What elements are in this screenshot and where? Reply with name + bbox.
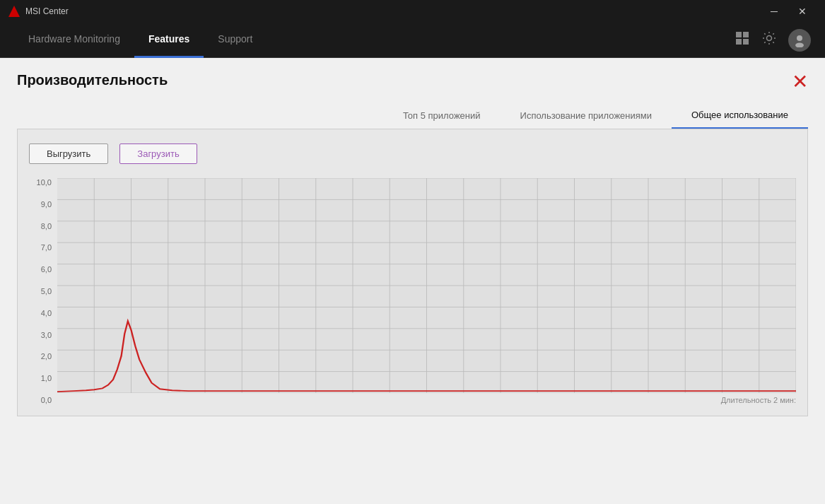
nav-tabs: Hardware Monitoring Features Support [14, 23, 735, 58]
app-title: MSI Center [25, 6, 69, 16]
y-label-1: 1,0 [41, 374, 52, 382]
chart-wrapper: 10,0 9,0 8,0 7,0 6,0 5,0 4,0 3,0 2,0 1,0… [29, 178, 796, 404]
chart-area [57, 178, 796, 393]
main-content: Производительность ✕ Топ 5 приложений Ис… [0, 58, 825, 504]
y-label-8: 8,0 [41, 222, 52, 230]
sub-tabs: Топ 5 приложений Использование приложени… [17, 102, 808, 129]
minimize-button[interactable]: ─ [760, 0, 788, 23]
y-label-3: 3,0 [41, 331, 52, 339]
sub-tab-app-usage[interactable]: Использование приложениями [501, 102, 672, 129]
svg-rect-0 [736, 32, 742, 37]
svg-rect-2 [736, 39, 742, 45]
user-avatar[interactable] [788, 29, 811, 52]
chart-container: Выгрузить Загрузить 10,0 9,0 8,0 7,0 6,0… [17, 129, 808, 416]
svg-point-6 [795, 42, 804, 47]
svg-point-4 [767, 36, 772, 41]
svg-rect-3 [743, 39, 749, 45]
nav-bar: Hardware Monitoring Features Support [0, 23, 825, 58]
page-title: Производительность [17, 72, 808, 88]
load-button[interactable]: Загрузить [119, 143, 197, 164]
app-logo [8, 6, 20, 17]
window-close-button[interactable]: ✕ [788, 0, 817, 23]
chart-buttons: Выгрузить Загрузить [29, 143, 796, 164]
settings-icon[interactable] [761, 30, 777, 49]
unload-button[interactable]: Выгрузить [29, 143, 108, 164]
chart-svg [57, 178, 796, 393]
sub-tab-top5[interactable]: Топ 5 приложений [383, 102, 501, 129]
y-label-4: 4,0 [41, 309, 52, 317]
y-label-0: 0,0 [41, 396, 52, 404]
title-bar-left: MSI Center [8, 6, 69, 17]
nav-tab-hardware[interactable]: Hardware Monitoring [14, 23, 134, 58]
nav-tab-support[interactable]: Support [204, 23, 267, 58]
chart-duration: Длительность 2 мин: [57, 396, 796, 404]
y-label-2: 2,0 [41, 352, 52, 361]
svg-point-5 [797, 35, 802, 41]
nav-tab-features[interactable]: Features [134, 23, 204, 58]
y-label-10: 10,0 [37, 178, 52, 187]
y-label-7: 7,0 [41, 243, 52, 252]
chart-y-axis: 10,0 9,0 8,0 7,0 6,0 5,0 4,0 3,0 2,0 1,0… [29, 178, 57, 404]
title-bar-controls: ─ ✕ [760, 0, 817, 23]
y-label-6: 6,0 [41, 265, 52, 274]
close-page-button[interactable]: ✕ [792, 72, 808, 92]
y-label-9: 9,0 [41, 200, 52, 209]
y-label-5: 5,0 [41, 287, 52, 295]
grid-icon[interactable] [735, 30, 750, 49]
nav-right [735, 29, 811, 52]
title-bar: MSI Center ─ ✕ [0, 0, 825, 23]
svg-rect-1 [743, 32, 749, 37]
sub-tab-general[interactable]: Общее использование [672, 102, 808, 129]
